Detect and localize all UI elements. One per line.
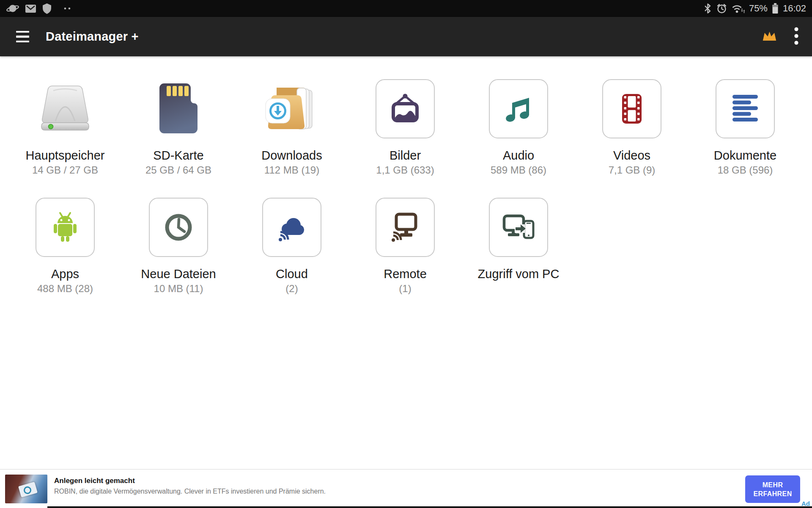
tile-remote[interactable]: Remote (1) xyxy=(348,198,462,316)
system-status-icons: 75% 16:02 xyxy=(703,3,808,14)
clock-icon xyxy=(149,198,208,257)
tile-label: Dokumente xyxy=(714,149,776,163)
tile-label: Remote xyxy=(384,267,427,281)
tile-neue-dateien[interactable]: Neue Dateien 10 MB (11) xyxy=(122,198,235,316)
page-title: Dateimanager + xyxy=(46,30,139,44)
tile-cloud[interactable]: Cloud (2) xyxy=(235,198,348,316)
shield-icon xyxy=(42,3,52,14)
picture-icon xyxy=(376,79,435,138)
tile-downloads[interactable]: Downloads 112 MB (19) xyxy=(235,79,348,198)
document-lines-icon xyxy=(716,79,775,138)
tile-size: 10 MB (11) xyxy=(154,283,203,295)
menu-button[interactable] xyxy=(16,31,29,43)
notification-icons xyxy=(4,3,72,14)
tile-label: Downloads xyxy=(261,149,322,163)
status-bar: 75% 16:02 xyxy=(0,0,812,17)
tile-size: 1,1 GB (633) xyxy=(376,164,434,176)
tile-label: Videos xyxy=(613,149,650,163)
more-notifications-icon xyxy=(63,7,72,10)
tile-videos[interactable]: Videos 7,1 GB (9) xyxy=(575,79,689,198)
film-strip-icon xyxy=(602,79,661,138)
tile-size: 112 MB (19) xyxy=(264,164,319,176)
nav-bar-sliver xyxy=(47,506,812,508)
bluetooth-icon xyxy=(703,3,712,14)
ad-body: ROBIN, die digitale Vermögensverwaltung.… xyxy=(54,486,727,497)
remote-display-icon xyxy=(376,198,435,257)
ad-cta-line1: MEHR xyxy=(763,480,783,489)
tile-size: 14 GB / 27 GB xyxy=(32,164,98,176)
tile-label: Bilder xyxy=(390,149,421,163)
tile-apps[interactable]: Apps 488 MB (28) xyxy=(8,198,122,316)
ad-cta-button[interactable]: MEHR ERFAHREN xyxy=(745,475,800,503)
more-vert-icon xyxy=(794,27,798,47)
tile-label: SD-Karte xyxy=(153,149,203,163)
tile-size: 18 GB (596) xyxy=(718,164,773,176)
battery-percent: 75% xyxy=(749,3,768,14)
tile-audio[interactable]: Audio 589 MB (86) xyxy=(462,79,575,198)
ad-text-block: Anlegen leicht gemacht ROBIN, die digita… xyxy=(54,476,727,497)
overflow-menu-button[interactable] xyxy=(792,24,801,49)
download-folder-icon xyxy=(262,79,321,138)
storage-grid: Hauptspeicher 14 GB / 27 GB xyxy=(0,56,812,316)
tile-size: (2) xyxy=(285,283,298,295)
hard-drive-icon xyxy=(36,79,95,138)
tile-dokumente[interactable]: Dokumente 18 GB (596) xyxy=(689,79,802,198)
ad-thumbnail[interactable] xyxy=(5,475,47,503)
alarm-icon xyxy=(716,3,727,14)
screen: 75% 16:02 Dateimanager + xyxy=(0,0,812,508)
tile-label: Hauptspeicher xyxy=(26,149,105,163)
app-bar-actions xyxy=(759,24,801,49)
tile-size: 589 MB (86) xyxy=(491,164,546,176)
sd-card-icon xyxy=(149,79,208,138)
clock-time: 16:02 xyxy=(783,3,806,14)
crown-icon xyxy=(762,30,777,43)
tile-label: Cloud xyxy=(276,267,308,281)
planet-icon xyxy=(6,3,19,14)
tile-label: Apps xyxy=(51,267,79,281)
ad-title: Anlegen leicht gemacht xyxy=(54,476,727,486)
cloud-icon xyxy=(262,198,321,257)
tile-size: 25 GB / 64 GB xyxy=(145,164,211,176)
tile-size: (1) xyxy=(399,283,411,295)
tile-sd-karte[interactable]: SD-Karte 25 GB / 64 GB xyxy=(122,79,235,198)
music-note-icon xyxy=(489,79,548,138)
ad-cta-line2: ERFAHREN xyxy=(753,489,792,498)
tile-size: 488 MB (28) xyxy=(37,283,93,295)
tile-label: Neue Dateien xyxy=(141,267,216,281)
battery-icon xyxy=(771,3,779,14)
app-bar: Dateimanager + xyxy=(0,17,812,56)
tile-hauptspeicher[interactable]: Hauptspeicher 14 GB / 27 GB xyxy=(8,79,122,198)
tile-label: Audio xyxy=(503,149,534,163)
tile-label: Zugriff vom PC xyxy=(478,267,560,281)
tile-bilder[interactable]: Bilder 1,1 GB (633) xyxy=(348,79,462,198)
pc-to-phone-icon xyxy=(489,198,548,257)
android-icon xyxy=(36,198,95,257)
wifi-icon xyxy=(731,3,745,14)
tile-size: 7,1 GB (9) xyxy=(609,164,656,176)
premium-crown-button[interactable] xyxy=(759,28,780,46)
tile-zugriff-vom-pc[interactable]: Zugriff vom PC xyxy=(462,198,575,316)
mail-icon xyxy=(25,4,36,14)
ad-banner[interactable]: Anlegen leicht gemacht ROBIN, die digita… xyxy=(0,469,812,508)
